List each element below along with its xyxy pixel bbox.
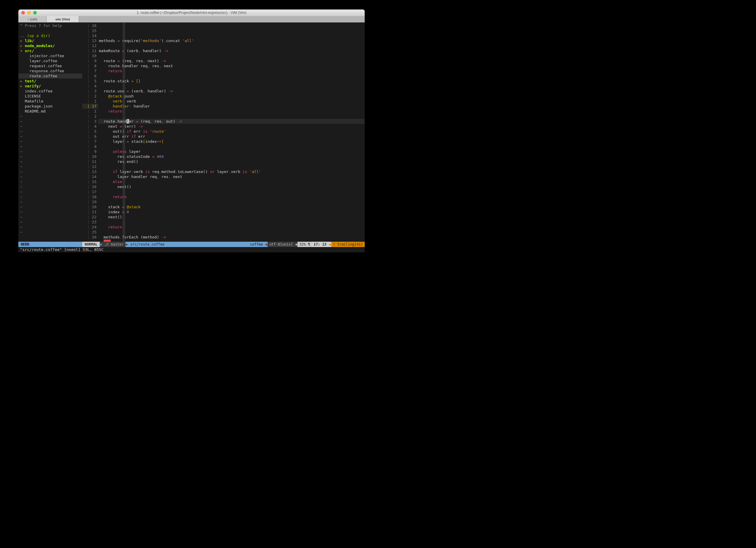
code-line[interactable]: stack = @stack [98, 204, 365, 209]
code-pane[interactable]: methods = require('methods').concat 'all… [98, 22, 365, 242]
tree-file[interactable]: README.md [18, 109, 82, 114]
code-line[interactable] [98, 83, 365, 89]
code-line[interactable]: if layer.verb is req.method.toLowerCase(… [98, 169, 365, 174]
separator-icon: ▶ [100, 242, 103, 247]
code-line[interactable]: else [98, 179, 365, 184]
tree-file[interactable]: request.coffee [18, 63, 82, 68]
tree-file[interactable]: package.json [18, 104, 82, 109]
statusline-percent: 32% ¶ [297, 242, 312, 247]
vim-terminal: " Press ? for help .. (up a dir)▸ lib/▸ … [18, 22, 365, 252]
code-line[interactable]: route.stack = [] [98, 78, 365, 83]
separator-icon: ◀ [328, 242, 331, 247]
statusline-position: 17: 13 [312, 242, 328, 247]
code-line[interactable]: route.handler req, res, next [98, 63, 365, 68]
code-line[interactable]: layer = stack[index++] [98, 139, 365, 144]
statusline-file: src/route.coffee [128, 242, 248, 247]
tree-file[interactable]: route.coffee [18, 73, 82, 78]
close-icon[interactable] [21, 11, 25, 15]
statusline-encoding: utf-8[unix] [268, 242, 295, 247]
code-line[interactable]: next() [98, 214, 365, 219]
minimize-icon[interactable] [27, 11, 31, 15]
code-line[interactable]: verb: verb [98, 99, 365, 104]
code-line[interactable]: return [98, 68, 365, 73]
code-line[interactable]: methods = require('methods').concat 'all… [98, 38, 365, 43]
code-line[interactable] [98, 164, 365, 169]
tab-vim[interactable]: vim (Vim) [46, 16, 79, 22]
code-line[interactable] [98, 114, 365, 119]
code-line[interactable]: index = 0 [98, 209, 365, 214]
statusline-mode: NORMAL [82, 242, 100, 247]
zoom-icon[interactable] [33, 11, 37, 15]
tree-file[interactable]: LICENSE [18, 94, 82, 99]
tree-file[interactable]: index.coffee [18, 89, 82, 94]
tree-dir[interactable]: ▸ test/ [18, 78, 82, 83]
code-line[interactable] [98, 199, 365, 204]
code-line[interactable] [98, 53, 365, 58]
code-line[interactable]: methods.forEach (method) -> [98, 234, 365, 239]
code-line[interactable] [98, 189, 365, 194]
code-line[interactable]: res.end() [98, 159, 365, 164]
statusline-filetype: coffee [248, 242, 265, 247]
tabbar: ~ (zsh) vim (Vim) [18, 16, 365, 22]
tree-dir[interactable]: ▸ lib/ [18, 38, 82, 43]
tree-dir[interactable]: ▾ src/ [18, 48, 82, 53]
code-line[interactable]: next() [98, 184, 365, 189]
code-line[interactable]: route = (req, res, next) -> [98, 58, 365, 63]
code-line[interactable]: makeRoute = (verb, handler) -> [98, 48, 365, 53]
tree-file[interactable]: response.coffee [18, 68, 82, 73]
command-line[interactable]: "src/route.coffee" [noeol] 53L, 855C [18, 247, 365, 252]
separator-icon: ◀ [295, 242, 297, 247]
titlebar: 1. route.coffee (~/Dropbox/Project/Node/… [18, 9, 365, 16]
line-number-gutter: | 16| 15| 14| 13| 12| 11| 10| 9| 8| 7| 6… [82, 22, 98, 242]
statusline-nerd: NERD [18, 242, 82, 247]
code-line[interactable]: next = (err) -> [98, 124, 365, 129]
code-line[interactable]: out() if err is 'route' [98, 129, 365, 134]
code-line[interactable] [98, 73, 365, 78]
tree-file[interactable]: layer.coffee [18, 58, 82, 63]
separator-icon: ▶ [126, 242, 128, 247]
nerdtree-pane[interactable]: " Press ? for help .. (up a dir)▸ lib/▸ … [18, 22, 82, 242]
statusline: NERD NORMAL ▶ ⎇ master ▶ src/route.coffe… [18, 242, 365, 247]
code-line[interactable]: unless layer [98, 149, 365, 154]
code-line[interactable]: out err if err [98, 134, 365, 139]
tree-dir[interactable]: ▸ node_modules/ [18, 43, 82, 48]
statusline-trailing: ! trailing[41] [331, 242, 365, 247]
code-line[interactable] [98, 43, 365, 48]
code-line[interactable]: route.use = (verb, handler) -> [98, 89, 365, 94]
code-line[interactable] [98, 219, 365, 224]
tree-file[interactable]: Makefile [18, 99, 82, 104]
code-line[interactable]: layer.handler req, res, next [98, 174, 365, 179]
code-line[interactable]: route.handler = (req, res, out) -> [98, 119, 365, 124]
tree-file[interactable]: injector.coffee [18, 53, 82, 58]
code-line[interactable]: return [98, 109, 365, 114]
code-line[interactable]: res.statusCode = 404 [98, 154, 365, 159]
code-line[interactable]: @stack.push [98, 94, 365, 99]
window-title: 1. route.coffee (~/Dropbox/Project/Node/… [18, 11, 365, 15]
code-line[interactable]: return [98, 224, 365, 229]
code-line[interactable]: return [98, 194, 365, 199]
statusline-branch: ⎇ master [103, 242, 126, 247]
code-line[interactable] [98, 144, 365, 149]
traffic-lights [18, 11, 37, 15]
separator-icon: ◀ [265, 242, 268, 247]
tree-dir[interactable]: ▸ verify/ [18, 83, 82, 89]
code-line[interactable]: handler: handler [98, 104, 365, 109]
terminal-window: 1. route.coffee (~/Dropbox/Project/Node/… [18, 9, 365, 252]
tab-zsh[interactable]: ~ (zsh) [18, 16, 46, 22]
code-line[interactable] [98, 229, 365, 234]
code-line[interactable] [98, 239, 365, 242]
